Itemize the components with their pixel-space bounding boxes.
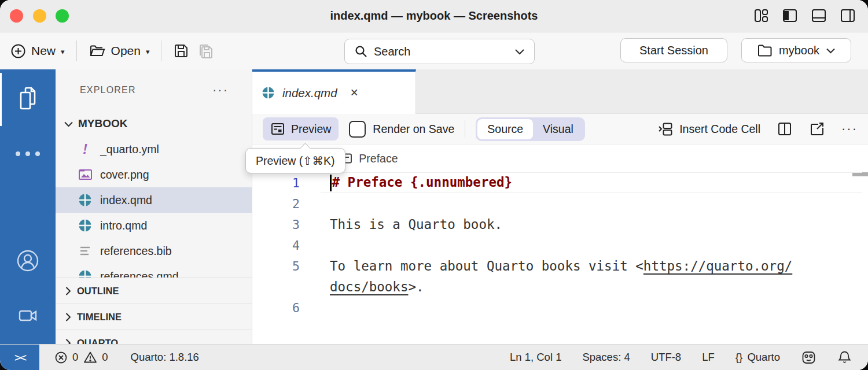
section-outline[interactable]: OUTLINE xyxy=(56,278,252,304)
bibliography-file-icon xyxy=(78,245,93,257)
code-line-3: 3 This is a Quarto book. xyxy=(252,214,868,235)
encoding[interactable]: UTF-8 xyxy=(651,351,681,364)
chevron-right-icon xyxy=(65,312,71,322)
project-selector-button[interactable]: mybook xyxy=(741,38,851,62)
editor-group: index.qmd × Preview Render on Save xyxy=(252,69,868,345)
image-file-icon xyxy=(78,168,93,181)
open-button[interactable]: Open ▾ xyxy=(89,43,150,59)
more-actions-icon[interactable]: ··· xyxy=(841,121,858,136)
language-mode[interactable]: {} Quarto xyxy=(735,351,780,364)
root-folder-label: MYBOOK xyxy=(78,117,128,130)
quarto-file-icon xyxy=(78,219,93,232)
section-label: TIMELINE xyxy=(77,312,122,323)
active-line-highlight xyxy=(321,172,862,193)
cursor-position[interactable]: Ln 1, Col 1 xyxy=(510,351,561,364)
minimize-window-button[interactable] xyxy=(33,9,46,23)
section-label: OUTLINE xyxy=(77,286,119,297)
file-name: intro.qmd xyxy=(100,219,147,232)
tree-item-references-bib[interactable]: references.bib xyxy=(56,238,252,264)
toolbar-divider xyxy=(76,40,77,61)
source-visual-toggle: Source Visual xyxy=(476,117,585,141)
language-label: Quarto xyxy=(747,351,780,364)
tree-root-mybook[interactable]: MYBOOK xyxy=(56,111,252,136)
open-folder-icon xyxy=(89,43,106,59)
line-number: 2 xyxy=(252,197,300,211)
problems-warnings[interactable]: 0 xyxy=(83,351,108,364)
split-editor-icon[interactable] xyxy=(777,121,793,137)
new-button-label: New xyxy=(31,44,56,58)
preview-icon xyxy=(270,122,285,136)
status-bar: >< 0 0 Quarto: 1.8.16 xyxy=(0,344,868,370)
customize-layout-icon[interactable] xyxy=(752,7,770,24)
insert-code-cell-icon xyxy=(658,121,674,137)
code-line-6: 6 xyxy=(252,297,868,318)
toggle-primary-sidebar-icon[interactable] xyxy=(781,7,799,24)
explorer-sidebar: EXPLORER ··· MYBOOK ! _quarto.yml cover.… xyxy=(56,69,252,345)
source-mode-button[interactable]: Source xyxy=(477,119,533,139)
render-on-save-control[interactable]: Render on Save xyxy=(349,121,454,138)
save-all-button[interactable] xyxy=(197,43,214,60)
render-on-save-label: Render on Save xyxy=(373,123,454,136)
project-label: mybook xyxy=(779,44,819,57)
eol-sequence[interactable]: LF xyxy=(702,351,715,364)
warning-icon xyxy=(83,351,97,364)
save-button[interactable] xyxy=(173,43,189,59)
tab-index-qmd[interactable]: index.qmd × xyxy=(252,69,416,114)
toolbar-divider xyxy=(161,40,161,61)
close-window-button[interactable] xyxy=(10,9,23,23)
toggle-secondary-sidebar-icon[interactable] xyxy=(839,7,856,24)
tree-item-quarto-yml[interactable]: ! _quarto.yml xyxy=(56,136,252,162)
notifications-bell-icon[interactable] xyxy=(837,350,852,365)
toggle-panel-icon[interactable] xyxy=(810,7,827,24)
quarto-version[interactable]: Quarto: 1.8.16 xyxy=(131,351,199,364)
remote-indicator[interactable]: >< xyxy=(0,345,39,370)
link-text[interactable]: https://quarto.org/ xyxy=(643,258,792,273)
visual-mode-button[interactable]: Visual xyxy=(533,119,583,139)
code-editor[interactable]: 1 # Preface {.unnumbered} 2 3 This is a … xyxy=(252,172,868,345)
chevron-down-icon xyxy=(514,48,525,55)
line-number: 4 xyxy=(252,238,300,253)
error-count: 0 xyxy=(72,351,78,364)
open-button-label: Open xyxy=(111,44,141,58)
tooltip-text: Preview (⇧⌘K) xyxy=(256,154,335,168)
tree-item-intro-qmd[interactable]: intro.qmd xyxy=(56,213,252,238)
account-icon[interactable] xyxy=(0,247,56,274)
breadcrumb-symbol[interactable]: Preface xyxy=(359,152,398,165)
code-line-1: 1 # Preface {.unnumbered} xyxy=(252,172,868,193)
open-in-new-window-icon[interactable] xyxy=(809,121,825,137)
more-views-icon[interactable] xyxy=(0,151,56,156)
video-camera-icon[interactable] xyxy=(0,304,56,327)
dropdown-caret-icon: ▾ xyxy=(146,47,150,56)
new-button[interactable]: New ▾ xyxy=(10,43,65,59)
start-session-button[interactable]: Start Session xyxy=(620,38,727,62)
insert-code-cell-button[interactable]: Insert Code Cell xyxy=(658,121,760,137)
quarto-file-icon xyxy=(262,86,275,99)
section-timeline[interactable]: TIMELINE xyxy=(56,304,252,330)
close-tab-icon[interactable]: × xyxy=(351,86,358,99)
main-toolbar: New ▾ Open ▾ xyxy=(0,32,868,69)
toolbar-divider xyxy=(465,120,465,138)
file-name: _quarto.yml xyxy=(100,143,159,156)
window-title: index.qmd — mybook — Screenshots xyxy=(0,0,868,32)
line-number: 6 xyxy=(252,301,300,315)
explorer-view-icon[interactable] xyxy=(0,84,56,114)
zoom-window-button[interactable] xyxy=(56,9,69,23)
link-text[interactable]: docs/books xyxy=(330,279,408,294)
search-input[interactable]: Search xyxy=(344,39,535,64)
code-line-4: 4 xyxy=(252,235,868,256)
indentation[interactable]: Spaces: 4 xyxy=(582,351,630,364)
chevron-down-icon xyxy=(64,121,73,127)
search-label: Search xyxy=(374,45,410,58)
yaml-file-icon: ! xyxy=(78,143,93,156)
problems-errors[interactable]: 0 xyxy=(54,351,78,364)
quarto-file-icon xyxy=(78,193,93,207)
code-text: To learn more about Quarto books visit < xyxy=(330,258,643,273)
folder-icon xyxy=(757,43,773,57)
preview-button[interactable]: Preview xyxy=(263,117,339,140)
render-on-save-checkbox[interactable] xyxy=(349,121,366,138)
tree-item-index-qmd[interactable]: index.qmd xyxy=(56,187,252,213)
section-quarto[interactable]: QUARTO xyxy=(56,330,252,345)
tree-item-cover-png[interactable]: cover.png xyxy=(56,162,252,187)
explorer-more-actions-icon[interactable]: ··· xyxy=(212,83,229,98)
feedback-smiley-icon[interactable] xyxy=(801,350,816,365)
